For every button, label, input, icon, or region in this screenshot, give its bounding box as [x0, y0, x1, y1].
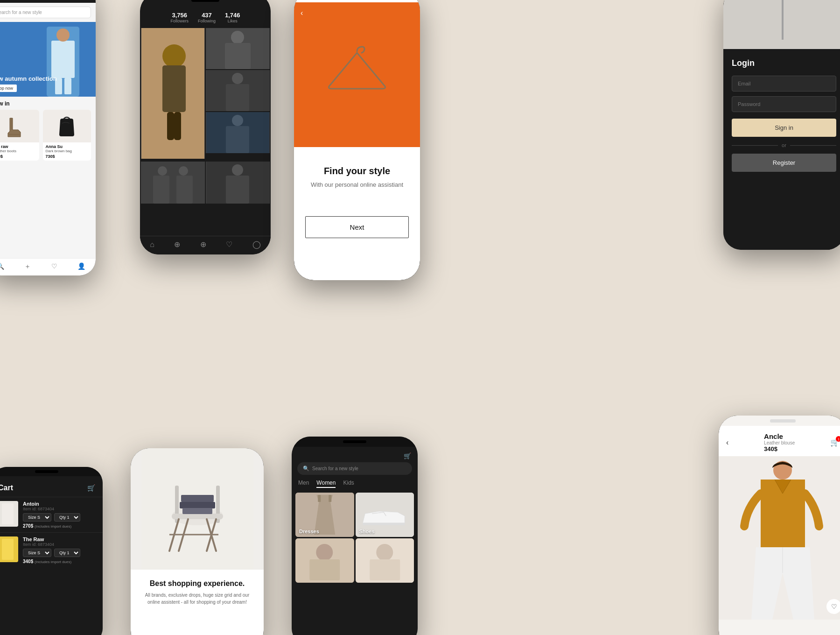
category-shoes[interactable]: Shoes: [356, 493, 414, 537]
category-dresses[interactable]: Dresses: [295, 493, 354, 537]
heart-icon[interactable]: ♡: [226, 240, 232, 249]
cart-badge: 1: [836, 436, 840, 442]
wishlist-button[interactable]: ♡: [826, 599, 840, 614]
product-brand-bag: Anna Su: [46, 144, 89, 149]
style-title: Find your style: [305, 166, 409, 176]
top-bar: ●●● 🛒: [0, 0, 96, 3]
back-button[interactable]: ‹: [301, 9, 303, 17]
category-tabs: Men Women Kids: [292, 480, 418, 493]
following-stat: 437 Following: [198, 12, 216, 23]
bottom-nav: 🔍 ＋ ♡ 👤: [0, 258, 96, 275]
register-button[interactable]: Register: [732, 154, 836, 172]
svg-point-22: [158, 166, 167, 176]
category-extra1[interactable]: [295, 538, 354, 583]
promo-hero-image: [131, 448, 264, 570]
cart-item-1: Antoin Item id: 6873404 Size S Qty 1 270…: [0, 497, 103, 532]
back-nav[interactable]: ‹: [726, 438, 728, 447]
user-icon[interactable]: ◯: [252, 240, 261, 249]
cart-item-1-size[interactable]: Size S: [23, 513, 51, 522]
product-title-group: Ancle Leather blouse 340$: [764, 432, 795, 452]
svg-rect-28: [226, 176, 249, 204]
email-field[interactable]: [732, 76, 836, 92]
product-photo: ♡: [719, 456, 840, 620]
cart-title: Cart: [0, 484, 13, 492]
user-nav-icon[interactable]: 👤: [77, 262, 85, 271]
grid-photo-1[interactable]: [141, 28, 205, 159]
shoes-label: Shoes: [359, 529, 375, 534]
grid-photo-3[interactable]: [206, 70, 270, 111]
plus-nav-icon[interactable]: ＋: [24, 262, 31, 271]
tab-men[interactable]: Men: [298, 480, 309, 488]
svg-point-13: [231, 31, 244, 44]
divider-line-right: [790, 145, 836, 146]
shop-now-button[interactable]: Shop now: [0, 85, 17, 92]
product-price-bag: 730$: [46, 154, 89, 159]
or-text: or: [782, 142, 786, 148]
sign-in-button[interactable]: Sign in: [732, 119, 836, 137]
search-bar[interactable]: Search for a new style: [0, 7, 91, 18]
cart-item-1-options: Size S Qty 1: [23, 513, 96, 522]
grid-photo-5[interactable]: [141, 162, 205, 204]
svg-rect-58: [370, 559, 400, 580]
product-info-boots: the raw Leather boots 340$: [0, 142, 39, 161]
search-icon[interactable]: ⊕: [174, 240, 180, 249]
category-extra2[interactable]: [356, 538, 414, 583]
heart-nav-icon[interactable]: ♡: [51, 262, 57, 271]
bottom-nav-social: ⌂ ⊕ ⊕ ♡ ◯: [140, 236, 271, 254]
categories-top-bar: 🛒: [292, 447, 418, 462]
phone-onboarding: ‹ Find your style With our personal onli…: [294, 0, 420, 280]
svg-rect-4: [64, 78, 71, 94]
svg-point-8: [162, 44, 186, 68]
product-card-bag[interactable]: Anna Su Dark brown bag 730$: [43, 110, 91, 161]
grid-photo-6[interactable]: [206, 162, 270, 204]
cart-item-2-id: Item id: 6873404: [23, 542, 96, 547]
grid-photo-2[interactable]: [206, 28, 270, 69]
phone-promo: Best shopping experience. All brands, ex…: [131, 448, 264, 635]
cart-item-1-id: Item id: 6873404: [23, 507, 96, 511]
hero-banner: New autumn collection Shop now: [0, 22, 96, 97]
style-subtitle: With our personal online assistiant: [305, 181, 409, 188]
svg-rect-30: [782, 0, 784, 40]
promo-text: Best shopping experience. All brands, ex…: [131, 570, 264, 615]
likes-stat: 1,746 Likes: [225, 12, 240, 23]
search-placeholder: Search for a new style: [0, 10, 42, 15]
cart-item-1-name: Antoin: [23, 501, 96, 507]
svg-rect-47: [180, 502, 215, 508]
cart-icon[interactable]: 🛒: [87, 484, 95, 492]
cart-item-2: The Raw Item id: 6873404 Size S Qty 1 34…: [0, 532, 103, 568]
cart-item-1-image: [0, 501, 18, 527]
tab-women[interactable]: Women: [316, 480, 336, 488]
hero-text: New autumn collection Shop now: [0, 75, 57, 92]
tab-kids[interactable]: Kids: [343, 480, 354, 488]
plus-icon[interactable]: ⊕: [200, 240, 206, 249]
product-card-boots[interactable]: the raw Leather boots 340$: [0, 110, 39, 161]
search-nav-icon[interactable]: 🔍: [0, 262, 4, 271]
svg-rect-48: [182, 508, 212, 514]
product-price: 340$: [764, 445, 795, 452]
cart-item-2-size[interactable]: Size S: [23, 549, 51, 557]
svg-point-5: [56, 28, 70, 42]
product-brand-boots: the raw: [0, 144, 36, 149]
next-button[interactable]: Next: [305, 216, 409, 238]
password-field[interactable]: [732, 96, 836, 112]
cart-item-2-price: 340$ (Includes import dues): [23, 559, 96, 564]
svg-rect-51: [329, 495, 331, 502]
product-name-boots: Leather boots: [0, 149, 36, 153]
cart-item-1-qty[interactable]: Qty 1: [54, 513, 80, 522]
home-icon[interactable]: ⌂: [150, 240, 154, 249]
grid-photo-4[interactable]: [206, 112, 270, 153]
search-box[interactable]: 🔍 Search for a new style: [297, 462, 412, 475]
cart-icon-categories[interactable]: 🛒: [404, 452, 411, 459]
product-type: Leather blouse: [764, 440, 795, 445]
phone-categories: 🛒 🔍 Search for a new style Men Women Kid…: [292, 437, 418, 635]
svg-rect-10: [167, 112, 174, 140]
cart-icon-badge[interactable]: 🛒 1: [830, 438, 840, 447]
product-image-bag: [43, 110, 91, 142]
cart-item-1-details: Antoin Item id: 6873404 Size S Qty 1 270…: [23, 501, 96, 529]
svg-point-57: [376, 544, 393, 561]
svg-rect-25: [176, 176, 193, 204]
svg-rect-55: [309, 559, 340, 580]
cart-item-2-qty[interactable]: Qty 1: [54, 549, 80, 557]
phone-home: ●●● 🛒 Search for a new style: [0, 0, 96, 275]
cart-item-2-details: The Raw Item id: 6873404 Size S Qty 1 34…: [23, 536, 96, 564]
